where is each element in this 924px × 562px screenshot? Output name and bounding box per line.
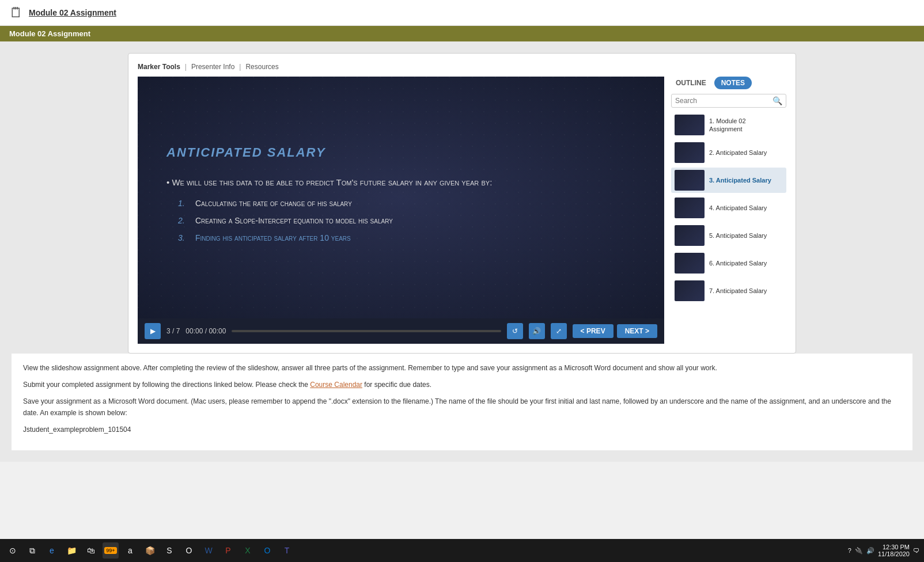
- outline-label-4: 4. Anticipated Salary: [709, 204, 767, 212]
- paragraph-3: Save your assignment as a Microsoft Word…: [23, 396, 901, 418]
- prev-button[interactable]: < PREV: [573, 324, 614, 338]
- page-content: Marker Tools | Presenter Info | Resource…: [0, 41, 924, 462]
- progress-bar[interactable]: [232, 330, 501, 332]
- sidebar: OUTLINE NOTES 🔍 1. Module 02Assignment: [671, 77, 786, 344]
- outline-item-4[interactable]: 4. Anticipated Salary: [671, 195, 786, 221]
- nav-buttons: < PREV NEXT >: [573, 324, 657, 338]
- nav-marker-tools[interactable]: Marker Tools: [138, 63, 180, 71]
- search-icon: 🔍: [772, 96, 782, 105]
- list-text: Calculating the rate of change of his sa…: [195, 199, 352, 208]
- player-container: Marker Tools | Presenter Info | Resource…: [128, 53, 796, 354]
- slide-display: Anticipated Salary • We will use this da…: [138, 77, 664, 318]
- outline-label-1: 1. Module 02Assignment: [709, 117, 746, 134]
- sep1: |: [185, 63, 187, 71]
- tab-outline[interactable]: OUTLINE: [671, 77, 711, 89]
- search-input[interactable]: [675, 97, 772, 105]
- page-title: Module 02 Assignment: [29, 8, 116, 17]
- outline-thumb-3: [675, 170, 705, 191]
- course-calendar-link[interactable]: Course Calendar: [310, 381, 362, 389]
- outline-thumb-6: [675, 253, 705, 274]
- list-text: Creating a Slope-Intercept equation to m…: [195, 216, 393, 225]
- slide-counter: 3 / 7: [166, 327, 180, 335]
- list-item: 2. Creating a Slope-Intercept equation t…: [178, 216, 635, 225]
- outline-thumb-4: [675, 198, 705, 218]
- search-box: 🔍: [671, 94, 786, 108]
- list-item: 3. Finding his anticipated salary after …: [178, 233, 635, 242]
- outline-label-3: 3. Anticipated Salary: [709, 176, 771, 184]
- list-item: 1. Calculating the rate of change of his…: [178, 199, 635, 208]
- text-content: View the slideshow assignment above. Aft…: [12, 354, 912, 450]
- outline-thumb-5: [675, 225, 705, 246]
- outline-items: 1. Module 02Assignment 2. Anticipated Sa…: [671, 112, 786, 303]
- play-button[interactable]: ▶: [145, 323, 161, 339]
- outline-item-6[interactable]: 6. Anticipated Salary: [671, 250, 786, 276]
- sidebar-tabs: OUTLINE NOTES: [671, 77, 786, 89]
- slide-list: 1. Calculating the rate of change of his…: [166, 199, 635, 242]
- outline-item-1[interactable]: 1. Module 02Assignment: [671, 112, 786, 138]
- list-text: Finding his anticipated salary after 10 …: [195, 233, 351, 242]
- nav-resources[interactable]: Resources: [245, 63, 278, 71]
- slide-bullet: • We will use this data to be able to pr…: [166, 177, 635, 187]
- outline-thumb-1: [675, 115, 705, 135]
- module-header: Module 02 Assignment: [0, 26, 924, 41]
- para2-after: for specific due dates.: [362, 381, 431, 389]
- player-top-nav: Marker Tools | Presenter Info | Resource…: [138, 63, 786, 71]
- outline-item-3[interactable]: 3. Anticipated Salary: [671, 168, 786, 193]
- outline-label-5: 5. Anticipated Salary: [709, 231, 767, 240]
- time-display: 00:00 / 00:00: [185, 327, 226, 335]
- outline-thumb-2: [675, 142, 705, 163]
- para2-before: Submit your completed assignment by foll…: [23, 381, 310, 389]
- document-icon: 🗒: [9, 5, 23, 21]
- replay-button[interactable]: ↺: [507, 323, 523, 339]
- list-num: 2.: [178, 216, 190, 225]
- outline-item-2[interactable]: 2. Anticipated Salary: [671, 140, 786, 165]
- paragraph-1: View the slideshow assignment above. Aft…: [23, 363, 901, 374]
- outline-label-6: 6. Anticipated Salary: [709, 259, 767, 267]
- outline-label-7: 7. Anticipated Salary: [709, 287, 767, 295]
- fullscreen-button[interactable]: ⤢: [551, 323, 567, 339]
- next-button[interactable]: NEXT >: [617, 324, 657, 338]
- list-num: 1.: [178, 199, 190, 208]
- outline-thumb-7: [675, 280, 705, 301]
- filename: Jstudent_exampleproblem_101504: [23, 424, 901, 435]
- slide-title: Anticipated Salary: [166, 145, 635, 160]
- slide-body: • We will use this data to be able to pr…: [166, 177, 635, 250]
- volume-button[interactable]: 🔊: [529, 323, 545, 339]
- slide-controls: ▶ 3 / 7 00:00 / 00:00 ↺ 🔊 ⤢ < PREV NEXT …: [138, 318, 664, 344]
- paragraph-2: Submit your completed assignment by foll…: [23, 379, 901, 390]
- nav-presenter-info[interactable]: Presenter Info: [191, 63, 234, 71]
- slide-area: Anticipated Salary • We will use this da…: [138, 77, 664, 344]
- outline-item-7[interactable]: 7. Anticipated Salary: [671, 278, 786, 303]
- outline-label-2: 2. Anticipated Salary: [709, 149, 767, 157]
- sep2: |: [239, 63, 241, 71]
- top-bar: 🗒 Module 02 Assignment: [0, 0, 924, 26]
- player-body: Anticipated Salary • We will use this da…: [138, 77, 786, 344]
- module-header-label: Module 02 Assignment: [9, 29, 90, 38]
- list-num: 3.: [178, 233, 190, 242]
- tab-notes[interactable]: NOTES: [714, 77, 752, 89]
- outline-item-5[interactable]: 5. Anticipated Salary: [671, 223, 786, 248]
